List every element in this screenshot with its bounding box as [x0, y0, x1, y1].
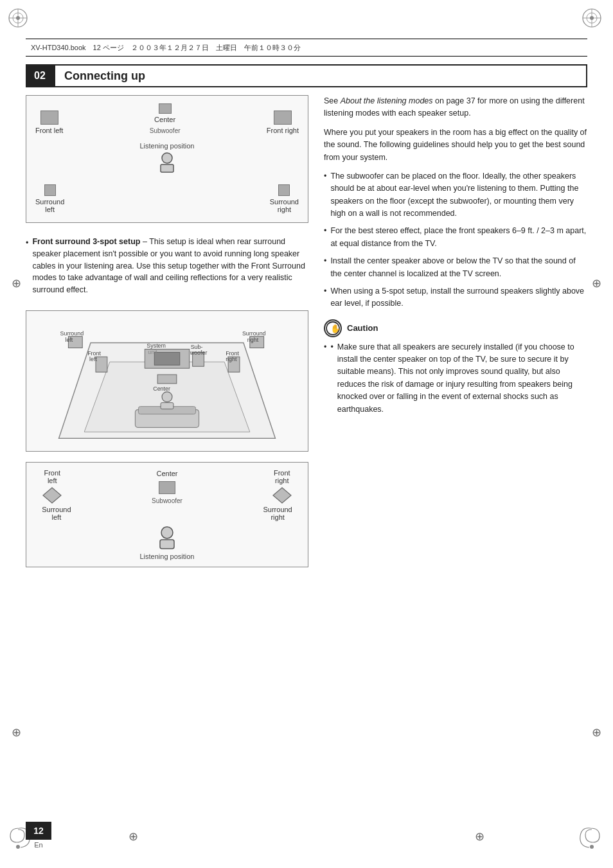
bottom-center: Center Subwoofer [152, 470, 182, 504]
chapter-header: 02 Connecting up [26, 62, 587, 90]
speaker-center-top: Center Subwoofer [150, 103, 181, 134]
bottom-front-left: Frontleft [42, 469, 62, 504]
diagram-top-inner: Front left Center Subwoofer Front right … [35, 103, 299, 213]
bottom-front-row: Frontleft Center Subwoofer Frontright [42, 469, 292, 504]
corner-br [568, 823, 607, 862]
caution-box: ✋ Caution • Make sure that all speakers … [324, 319, 587, 416]
page-lang: En [34, 841, 42, 849]
bottom-surround-right: Surroundright [263, 506, 292, 521]
svg-text:unit: unit [148, 349, 157, 355]
room-diagram: System unit Sub- woofer Center Front lef… [26, 310, 308, 452]
tip-item: The subwoofer can be placed on the floor… [324, 170, 587, 220]
svg-text:left: left [89, 356, 97, 362]
svg-rect-23 [157, 375, 177, 384]
svg-rect-40 [161, 402, 173, 409]
subwoofer-label: Subwoofer [150, 127, 181, 134]
bottom-surround-right-label: Surroundright [263, 506, 292, 521]
svg-text:Surround: Surround [242, 330, 266, 336]
caution-label: Caution [347, 322, 378, 335]
tips-list: The subwoofer can be placed on the floor… [324, 170, 587, 310]
chapter-title: Connecting up [54, 64, 587, 87]
center-label-top: Center [154, 116, 175, 123]
reg-mark-left2: ⊕ [12, 725, 21, 740]
front-left-icon [42, 486, 62, 504]
caution-icon: ✋ [324, 319, 342, 337]
svg-point-39 [162, 392, 172, 402]
bullet-item-1: • Front surround 3-spot setup – This set… [26, 236, 308, 296]
caution-header: ✋ Caution [324, 319, 587, 337]
tip-item: When using a 5-spot setup, install the s… [324, 285, 587, 310]
listening-person-icon [154, 152, 180, 175]
body-paragraph: Where you put your speakers in the room … [324, 127, 587, 164]
room-svg: System unit Sub- woofer Center Front lef… [26, 311, 308, 451]
front-right-icon [272, 486, 292, 504]
page-number-box: 12 En [26, 822, 51, 849]
reg-mark-left: ⊕ [12, 276, 21, 290]
diagram-3spot-bottom: Frontleft Center Subwoofer Frontright [26, 462, 308, 567]
main-content: Front left Center Subwoofer Front right … [26, 95, 587, 817]
front-speaker-row: Front left Center Subwoofer Front right [35, 103, 299, 134]
diagram-5spot: Front left Center Subwoofer Front right … [26, 95, 308, 223]
svg-text:✋: ✋ [330, 323, 340, 334]
svg-point-10 [16, 845, 20, 849]
svg-point-11 [590, 845, 594, 849]
bottom-listen-row: Listening position [42, 526, 292, 560]
tip-item: For the best stereo effect, place the fr… [324, 225, 587, 250]
right-column: See About the listening modes on page 37… [324, 95, 587, 817]
svg-rect-44 [160, 540, 174, 549]
bullet-heading-1: Front surround 3-spot setup [32, 237, 140, 246]
surround-row: Surroundleft Surroundright [35, 184, 299, 213]
bottom-surround-left-label: Surroundleft [42, 506, 71, 521]
svg-text:System: System [147, 342, 166, 349]
page-number-badge: 12 [26, 822, 51, 840]
caution-bullet: • [330, 341, 333, 416]
front-left-label: Front left [35, 127, 63, 134]
reg-mark-right: ⊕ [592, 276, 601, 290]
caution-list: • Make sure that all speakers are secure… [324, 341, 587, 416]
bottom-front-right-label: Frontright [274, 469, 290, 484]
svg-rect-13 [161, 164, 173, 172]
caution-text: Make sure that all speakers are securely… [337, 341, 587, 416]
listening-pos-area: Listening position [35, 142, 299, 175]
svg-rect-17 [154, 352, 180, 365]
svg-point-43 [161, 527, 173, 538]
tip-item: Install the center speaker above or belo… [324, 255, 587, 280]
svg-marker-41 [43, 488, 61, 503]
speaker-front-right: Front right [267, 111, 299, 134]
bottom-surround-row: Surroundleft Surroundright [42, 506, 292, 521]
bottom-subwoofer-label: Subwoofer [152, 497, 182, 504]
bottom-surround-left: Surroundleft [42, 506, 71, 521]
svg-marker-42 [273, 488, 291, 503]
left-column: Front left Center Subwoofer Front right … [26, 95, 308, 817]
header-file-info: XV-HTD340.book 12 ページ ２００３年１２月２７日 土曜日 午前… [31, 43, 301, 53]
front-right-label: Front right [267, 127, 299, 134]
bullet-front-surround: • Front surround 3-spot setup – This set… [26, 236, 308, 300]
header-strip: XV-HTD340.book 12 ページ ２００３年１２月２７日 土曜日 午前… [26, 39, 587, 57]
bullet-dot-1: • [26, 237, 28, 296]
caution-item: • Make sure that all speakers are secure… [324, 341, 587, 416]
reg-mark-right2: ⊕ [592, 725, 601, 740]
reg-mark-bottom-left: ⊕ [129, 829, 138, 844]
bottom-listening-pos-label: Listening position [139, 553, 194, 560]
speaker-surround-right: Surroundright [270, 184, 299, 213]
speaker-surround-left: Surroundleft [35, 184, 64, 213]
surround-right-label: Surroundright [270, 198, 299, 213]
bottom-person-icon [153, 526, 181, 551]
svg-text:right: right [247, 336, 259, 342]
surround-left-label: Surroundleft [35, 198, 64, 213]
speaker-front-left: Front left [35, 111, 63, 134]
svg-text:left: left [65, 336, 73, 342]
bottom-front-right: Frontright [272, 469, 292, 504]
listening-pos-label: Listening position [139, 142, 194, 150]
svg-text:Center: Center [153, 385, 170, 392]
svg-point-12 [162, 153, 172, 163]
bottom-center-label: Center [156, 470, 177, 477]
svg-rect-25 [96, 357, 107, 372]
chapter-badge: 02 [26, 64, 54, 87]
svg-text:Surround: Surround [60, 330, 84, 336]
caution-hand-icon: ✋ [326, 321, 340, 335]
bottom-front-left-label: Frontleft [44, 469, 60, 484]
bullet-text-1: Front surround 3-spot setup – This setup… [32, 236, 308, 296]
intro-italic: About the listening modes [341, 96, 433, 105]
svg-text:woofer: woofer [190, 350, 208, 356]
